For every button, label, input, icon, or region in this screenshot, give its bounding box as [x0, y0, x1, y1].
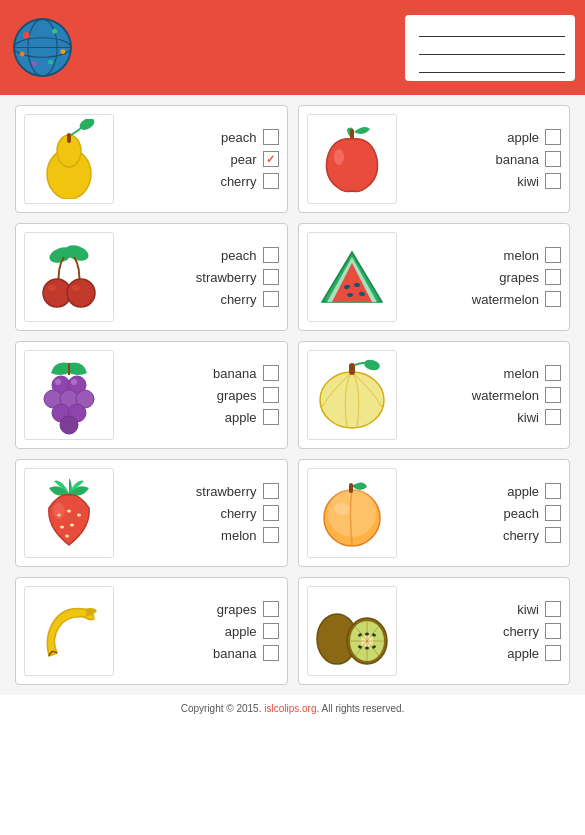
option-checkbox[interactable] [545, 601, 561, 617]
svg-point-40 [362, 358, 380, 372]
option-label: kiwi [517, 410, 539, 425]
fruit-card-apple: applebananakiwi [298, 105, 571, 213]
svg-point-36 [55, 379, 61, 385]
fruit-option-row: peach [120, 247, 279, 263]
fruit-option-row: grapes [403, 269, 562, 285]
svg-point-37 [71, 379, 77, 385]
option-checkbox[interactable] [263, 291, 279, 307]
option-checkbox[interactable] [545, 483, 561, 499]
option-checkbox[interactable] [263, 409, 279, 425]
option-label: melon [504, 248, 539, 263]
option-checkbox[interactable] [545, 173, 561, 189]
date-field-row [415, 59, 565, 73]
svg-rect-15 [350, 129, 354, 139]
footer-link[interactable]: islcolips.org [264, 703, 316, 714]
fruit-image-kiwi [307, 586, 397, 676]
class-input-line[interactable] [419, 41, 565, 55]
fruit-option-row: apple [403, 483, 562, 499]
svg-point-16 [334, 149, 344, 165]
class-field-row [415, 41, 565, 55]
svg-point-7 [60, 49, 65, 54]
option-checkbox[interactable] [263, 365, 279, 381]
option-checkbox[interactable] [545, 129, 561, 145]
fruit-image-banana [24, 586, 114, 676]
option-checkbox[interactable] [545, 151, 561, 167]
svg-rect-50 [349, 483, 353, 493]
option-checkbox[interactable] [263, 623, 279, 639]
svg-point-44 [60, 526, 64, 529]
option-checkbox[interactable] [545, 409, 561, 425]
option-checkbox[interactable] [545, 527, 561, 543]
fruit-option-row: apple [120, 409, 279, 425]
page-header [0, 0, 585, 95]
fruit-card-peach: applepeachcherry [298, 459, 571, 567]
option-checkbox[interactable] [263, 269, 279, 285]
page-footer: Copyright © 2015. islcolips.org. All rig… [0, 695, 585, 722]
fruit-option-row: strawberry [120, 483, 279, 499]
option-label: cherry [503, 624, 539, 639]
option-checkbox[interactable] [545, 291, 561, 307]
fruit-options-kiwi: kiwicherryapple [403, 601, 562, 661]
fruit-option-row: cherry [403, 527, 562, 543]
fruit-card-banana: grapesapplebanana [15, 577, 288, 685]
svg-point-14 [78, 119, 97, 132]
svg-point-65 [365, 647, 369, 650]
option-checkbox[interactable] [545, 645, 561, 661]
option-label: watermelon [472, 292, 539, 307]
fruit-option-row: melon [403, 365, 562, 381]
fruit-option-row: watermelon [403, 291, 562, 307]
main-content: peachpear✓cherry applebananakiwi pe [0, 95, 585, 695]
option-label: kiwi [517, 602, 539, 617]
fruit-option-row: grapes [120, 601, 279, 617]
fruit-image-melon [307, 350, 397, 440]
fruit-option-row: cherry [120, 291, 279, 307]
option-checkbox[interactable] [263, 173, 279, 189]
fruit-option-row: peach [120, 129, 279, 145]
option-label: peach [221, 130, 256, 145]
option-label: cherry [220, 292, 256, 307]
option-label: apple [225, 624, 257, 639]
fruit-image-cherry [24, 232, 114, 322]
option-checkbox[interactable] [263, 645, 279, 661]
option-checkbox[interactable] [263, 527, 279, 543]
option-checkbox[interactable]: ✓ [263, 151, 279, 167]
option-checkbox[interactable] [545, 387, 561, 403]
fruit-card-melon: melonwatermelonkiwi [298, 341, 571, 449]
option-checkbox[interactable] [263, 483, 279, 499]
option-label: cherry [220, 174, 256, 189]
fruit-option-row: grapes [120, 387, 279, 403]
fruits-grid: peachpear✓cherry applebananakiwi pe [15, 105, 570, 685]
svg-point-46 [65, 535, 69, 538]
fruit-options-apple: applebananakiwi [403, 129, 562, 189]
option-label: banana [213, 366, 256, 381]
name-input-line[interactable] [419, 23, 565, 37]
date-input-line[interactable] [419, 59, 565, 73]
option-label: peach [221, 248, 256, 263]
fruit-options-peach: applepeachcherry [403, 483, 562, 543]
header-fields [405, 15, 575, 81]
svg-point-64 [365, 633, 369, 636]
option-checkbox[interactable] [545, 505, 561, 521]
fruit-option-row: apple [403, 645, 562, 661]
fruit-options-banana: grapesapplebanana [120, 601, 279, 661]
svg-point-21 [48, 285, 56, 291]
fruit-card-watermelon: melongrapeswatermelon [298, 223, 571, 331]
option-checkbox[interactable] [545, 269, 561, 285]
option-label: apple [507, 646, 539, 661]
fruit-image-pear [24, 114, 114, 204]
option-label: apple [225, 410, 257, 425]
option-checkbox[interactable] [545, 623, 561, 639]
option-checkbox[interactable] [263, 601, 279, 617]
option-checkbox[interactable] [263, 387, 279, 403]
fruit-option-row: kiwi [403, 173, 562, 189]
svg-point-42 [67, 510, 71, 513]
option-checkbox[interactable] [263, 129, 279, 145]
fruit-option-row: cherry [120, 173, 279, 189]
option-label: banana [213, 646, 256, 661]
option-checkbox[interactable] [545, 365, 561, 381]
fruit-options-melon: melonwatermelonkiwi [403, 365, 562, 425]
option-checkbox[interactable] [263, 505, 279, 521]
option-checkbox[interactable] [545, 247, 561, 263]
option-checkbox[interactable] [263, 247, 279, 263]
fruit-image-grapes [24, 350, 114, 440]
